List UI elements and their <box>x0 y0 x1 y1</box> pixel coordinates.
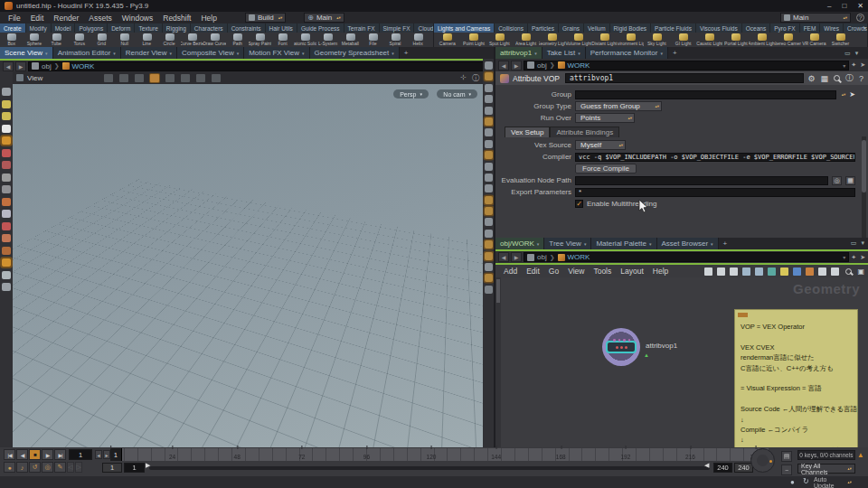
network-scrollbar[interactable] <box>495 277 501 447</box>
shelf-tab-hair-utils[interactable]: Hair Utils <box>266 23 297 33</box>
main-menu-selector[interactable]: ⊕ Main ▴▾ <box>304 13 344 23</box>
shelf-tool-l-system[interactable]: L-System <box>316 33 339 47</box>
shelf-tab-create[interactable]: Create <box>0 23 26 33</box>
menu-render[interactable]: Render <box>49 14 83 23</box>
pane-tab-composite-view[interactable]: Composite View▾ <box>177 47 244 59</box>
shelf-tool-ambient-light[interactable]: Ambient Light <box>749 33 775 47</box>
pointer-icon[interactable]: ➤ <box>860 61 865 69</box>
select-arrow-icon[interactable]: ➤ <box>849 90 855 99</box>
curve-tool-icon[interactable] <box>2 234 11 242</box>
prim-info-icon[interactable] <box>485 163 493 171</box>
range-end-field[interactable]: 240 <box>713 463 732 473</box>
run-over-dropdown[interactable]: Points ▴▾ <box>575 113 635 123</box>
shelf-tool-spot-light[interactable]: Spot Light <box>486 33 513 47</box>
shelf-tool-spiral[interactable]: Spiral <box>384 33 407 47</box>
crosshair-icon[interactable]: ⊹ <box>460 73 467 83</box>
path-current[interactable]: WORK <box>72 62 95 70</box>
paint-tool-icon[interactable] <box>2 198 11 206</box>
message-bubble-icon[interactable]: ● <box>790 478 795 486</box>
shelf-tool-vr-camera[interactable]: VR Camera <box>801 33 827 47</box>
jump-to-start-button[interactable]: |◀ <box>4 449 15 460</box>
grid-snap-icon[interactable] <box>2 258 11 267</box>
objects-state-icon[interactable] <box>2 100 11 108</box>
menu-assets[interactable]: Assets <box>84 14 117 23</box>
shelf-tool-stereo-camera[interactable]: Stereo Camera <box>775 33 801 47</box>
chevron-down-icon[interactable]: ▾ <box>843 254 845 260</box>
stop-button[interactable]: ■ <box>29 449 41 460</box>
projection-badge[interactable]: Persp▾ <box>393 89 429 99</box>
headlight-icon[interactable] <box>485 117 493 126</box>
tab-vex-setup[interactable]: Vex Setup <box>505 127 550 137</box>
network-path-input[interactable]: obj ❯ WORK ▾ <box>524 252 849 262</box>
pane-tab-material-palette[interactable]: Material Palette▾ <box>591 238 656 249</box>
maximize-button[interactable]: □ <box>842 2 846 10</box>
shelf-tab-lights-and-cameras[interactable]: Lights and Cameras <box>434 23 495 33</box>
path-parent[interactable]: obj <box>537 253 547 261</box>
shelf-tool-caustic-light[interactable]: Caustic Light <box>696 33 722 47</box>
close-button[interactable]: ✕ <box>857 2 863 10</box>
shelf-tab-viscous-fluids[interactable]: Viscous Fluids <box>696 23 742 33</box>
quickmark-icon[interactable] <box>793 267 801 276</box>
edit-tool-icon[interactable] <box>2 185 11 193</box>
shelf-tool-portal-light[interactable]: Portal Light <box>722 33 749 47</box>
stepper-icon[interactable]: ▴▾ <box>843 16 847 20</box>
range-start-field[interactable]: 1 <box>124 463 145 473</box>
network-menu-add[interactable]: Add <box>499 267 522 276</box>
remove-key-icon[interactable]: − <box>781 465 792 475</box>
particle-display-icon[interactable] <box>485 184 493 192</box>
group-list-icon[interactable] <box>485 151 493 159</box>
shelf-tool-volume-light[interactable]: Volume Light <box>565 33 591 47</box>
shelf-tab-constraints[interactable]: Constraints <box>228 23 266 33</box>
shelf-tool-box[interactable]: Box <box>0 33 23 47</box>
info-icon[interactable]: ⓘ <box>472 73 479 83</box>
network-menu-edit[interactable]: Edit <box>522 267 544 276</box>
layout-mode-icon[interactable] <box>2 88 11 96</box>
shelf-tab-grains[interactable]: Grains <box>559 23 584 33</box>
zoom-icon[interactable] <box>845 268 852 275</box>
shelf-tab-characters[interactable]: Characters <box>191 23 228 33</box>
refresh-icon[interactable]: ↻ <box>803 477 809 485</box>
front-facing-icon[interactable] <box>196 74 205 82</box>
scene-path-input[interactable]: obj ❯ WORK ▾ <box>28 61 491 71</box>
jump-to-end-button[interactable]: ▶| <box>54 449 66 460</box>
warning-icon[interactable]: ▲ <box>857 451 864 459</box>
global-start-field[interactable]: 1 <box>102 463 122 473</box>
pane-split-icon[interactable]: ▭ <box>851 239 857 247</box>
shelf-tab-texture[interactable]: Texture <box>135 23 162 33</box>
material-display-icon[interactable] <box>485 240 493 249</box>
translate-handle-icon[interactable] <box>2 136 11 145</box>
forward-button[interactable]: ▶ <box>511 61 522 70</box>
play-reverse-button[interactable]: ◀ <box>16 449 28 460</box>
group-type-dropdown[interactable]: Guess from Group ▴▾ <box>575 101 662 111</box>
network-menu-view[interactable]: View <box>563 267 589 276</box>
shelf-tab-wires[interactable]: Wires <box>820 23 844 33</box>
gear-icon[interactable]: ⚙ <box>807 74 815 83</box>
display-flag-icon[interactable] <box>485 252 493 260</box>
pane-tab-obj-work[interactable]: obj/WORK▾ <box>495 238 544 249</box>
help-icon[interactable]: ? <box>859 74 863 83</box>
shelf-tool-path[interactable]: Path <box>226 33 249 47</box>
force-compile-button[interactable]: Force Compile <box>575 164 637 174</box>
open-tree-icon[interactable]: ▦ <box>845 176 855 185</box>
add-pane-tab-button[interactable]: + <box>400 47 413 59</box>
export-params-input[interactable]: * <box>575 188 855 197</box>
network-menu-go[interactable]: Go <box>544 267 563 276</box>
select-geometry-icon[interactable] <box>165 74 175 82</box>
range-slider-right-handle[interactable]: ◀ <box>704 462 709 469</box>
background-image-icon[interactable] <box>768 267 776 276</box>
shelf-tab-modify[interactable]: Modify <box>26 23 52 33</box>
shelf-tab-model[interactable]: Model <box>52 23 76 33</box>
path-parent[interactable]: obj <box>537 61 547 70</box>
search-icon[interactable] <box>834 75 840 81</box>
shelf-tab-cloud-fx[interactable]: Cloud FX <box>414 23 433 33</box>
image-plane-icon[interactable] <box>485 207 493 215</box>
menu-redshift[interactable]: Redshift <box>158 14 195 23</box>
forward-button[interactable]: ▶ <box>511 252 522 262</box>
attribvop1-node[interactable]: attribvop1 ▲ <box>602 328 677 366</box>
shelf-tool-sphere[interactable]: Sphere <box>23 33 45 47</box>
flipbook-tool-icon[interactable] <box>2 283 11 291</box>
shelf-tool-geometry-light[interactable]: Geometry Light <box>539 33 565 47</box>
stepper-icon[interactable]: ▴▾ <box>336 16 341 20</box>
key-all-channels-button[interactable]: Key All Channels ▴▾ <box>797 464 855 474</box>
sticky-note[interactable]: VOP = VEX Operator VEX CVEXrenderman言語に似… <box>734 309 858 447</box>
